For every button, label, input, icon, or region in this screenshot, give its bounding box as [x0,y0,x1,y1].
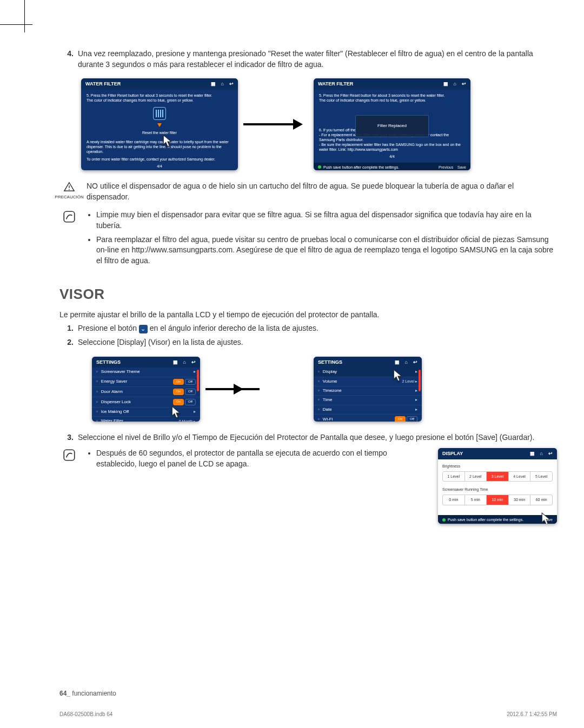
screensaver-time-segments[interactable]: 0 min5 min10 min30 min60 min [442,495,553,505]
filter-replaced-popup: Filter Replaced [355,115,429,137]
display-panel: Brightness 1 Level2 Level3 Level4 Level5… [438,459,557,515]
save-button[interactable]: Save [544,517,553,523]
settings-row[interactable]: ▫Time▸ [314,396,422,405]
visor-intro: Le permite ajustar el brillo de la panta… [59,310,557,320]
segment-option[interactable]: 5 min [465,495,487,505]
settings-row[interactable]: ▫Door AlarmOnOff [92,387,200,397]
screen-instruction: 5. Press the Filter Reset button for abo… [319,93,465,103]
settings-figures: SETTINGS▦⌂↩▫Screensaver Theme▸▫Energy Sa… [92,357,557,422]
scrollbar[interactable] [197,370,199,391]
step-number: 4. [59,49,74,70]
segment-option[interactable]: 60 min [530,495,552,505]
previous-button[interactable]: Previous [439,165,453,169]
settings-row[interactable]: ▫Ice Making Off▸ [92,408,200,417]
print-date: 2012.6.7 1:42:55 PM [507,711,557,718]
scrollbar[interactable] [419,370,421,391]
save-button[interactable]: Save [457,165,466,169]
settings-row[interactable]: ▫Water Filter0 Month ▸ [92,417,200,421]
segment-option[interactable]: 1 Level [443,472,465,482]
svg-rect-3 [64,450,75,460]
segment-option[interactable]: 2 Level [465,472,487,482]
back-icon: ↩ [548,450,553,457]
settings-row[interactable]: ▫Energy SaverOnOff [92,377,200,388]
settings-row[interactable]: ▫Dispenser LockOnOff [92,397,200,408]
arrow-icon [243,122,308,127]
note-bullet: Para reemplazar el filtro del agua, pued… [96,235,557,266]
screen-title: WATER FILTER [85,81,121,88]
screen-header-icons: ▦⌂↩ [530,450,553,457]
settings-row[interactable]: ▫Wi-FiOnOff [314,415,422,421]
screenshot-water-filter-after: WATER FILTER ▦⌂↩ 5. Press the Filter Res… [314,78,470,170]
segment-option[interactable]: 3 Level [487,472,509,482]
pager: 4/4 [319,154,465,159]
drop-icon [157,123,162,129]
screen-note: A newly installed water filter cartridge… [87,139,233,154]
screenshot-settings-b: SETTINGS▦⌂↩▫Display▸▫Volume2 Level ▸▫Tim… [314,357,422,422]
page-footer: 64_ funcionamiento [59,689,557,698]
step-number: 3. [59,432,74,443]
cursor-icon [391,369,406,383]
warning-icon [63,181,75,193]
footer-tip: Push save button after complete the sett… [323,165,399,170]
status-dot [318,165,321,169]
home-icon: ⌂ [540,450,543,457]
settings-row[interactable]: ▫Timezone▸ [314,386,422,396]
home-icon: ⌂ [454,81,456,88]
pager: 4/4 [87,164,233,169]
note-bullets: Limpie muy bien el dispensador para evit… [96,210,557,266]
grid-icon: ▦ [443,81,448,88]
visor-steps: 3. Seleccione el nivel de Brillo y/o el … [59,432,557,443]
step-text: Presione el botón ⌄ en el ángulo inferio… [78,323,557,334]
screen-header-icons: ▦⌂↩ [443,81,466,88]
screen-note: To order more water filter cartridge, co… [87,157,233,162]
note-icon [62,210,76,224]
home-icon: ⌂ [221,81,224,88]
step-list: 4. Una vez reemplazado, presione y mante… [59,49,557,70]
caution-text: NO utilice el dispensador de agua o de h… [87,181,557,202]
screen-header-icons: ▦⌂↩ [211,81,234,88]
brightness-segments[interactable]: 1 Level2 Level3 Level4 Level5 Level [442,471,553,482]
filter-icon [153,107,166,120]
cursor-icon [170,405,184,419]
screen-title: SETTINGS [318,359,342,366]
caution-callout: PRECAUCIÓN NO utilice el dispensador de … [59,181,557,202]
note-bullets: Después de 60 segundos, el protector de … [96,448,427,469]
visor-steps: 1. Presione el botón ⌄ en el ángulo infe… [59,323,557,348]
status-dot [442,518,446,522]
caution-label: PRECAUCIÓN [55,194,83,200]
file-name: DA68-02500B.indb 64 [59,711,112,718]
segment-option[interactable]: 10 min [487,495,509,505]
svg-rect-2 [64,212,75,223]
settings-row[interactable]: ▫Date▸ [314,405,422,415]
back-icon: ↩ [229,81,234,88]
screenshot-settings-a: SETTINGS▦⌂↩▫Screensaver Theme▸▫Energy Sa… [92,357,200,422]
grid-icon: ▦ [530,450,535,457]
step-number: 1. [59,323,74,334]
note-bullet: Después de 60 segundos, el protector de … [96,448,427,469]
screen-title: WATER FILTER [318,81,353,88]
screen-title: DISPLAY [442,450,463,457]
back-icon: ↩ [462,81,466,88]
note-callout: Limpie muy bien el dispensador para evit… [59,210,557,269]
step-text: Seleccione el nivel de Brillo y/o el Tie… [78,432,557,443]
step-text: Una vez reemplazado, presione y mantenga… [78,49,557,70]
note-bullet: Limpie muy bien el dispensador para evit… [96,210,557,231]
screen-instruction: 5. Press the Filter Reset button for abo… [87,93,233,103]
section-heading-visor: VISOR [59,284,557,304]
note-icon [62,448,76,462]
settings-row[interactable]: ▫Display▸ [314,368,422,377]
segment-option[interactable]: 0 min [443,495,465,505]
settings-row[interactable]: ▫Screensaver Theme▸ [92,368,200,377]
grid-icon: ▦ [211,81,216,88]
step-number: 2. [59,337,74,348]
brightness-label: Brightness [442,464,553,469]
screenshot-water-filter-before: WATER FILTER ▦⌂↩ 5. Press the Filter Res… [81,78,238,170]
segment-option[interactable]: 30 min [509,495,531,505]
segment-option[interactable]: 5 Level [530,472,552,482]
cursor-icon [161,134,175,148]
page-meta: DA68-02500B.indb 642012.6.7 1:42:55 PM [59,711,557,718]
settings-row[interactable]: ▫Volume2 Level ▸ [314,377,422,386]
chevron-down-icon: ⌄ [139,325,148,333]
segment-option[interactable]: 4 Level [509,472,531,482]
water-filter-figures: WATER FILTER ▦⌂↩ 5. Press the Filter Res… [81,78,557,170]
